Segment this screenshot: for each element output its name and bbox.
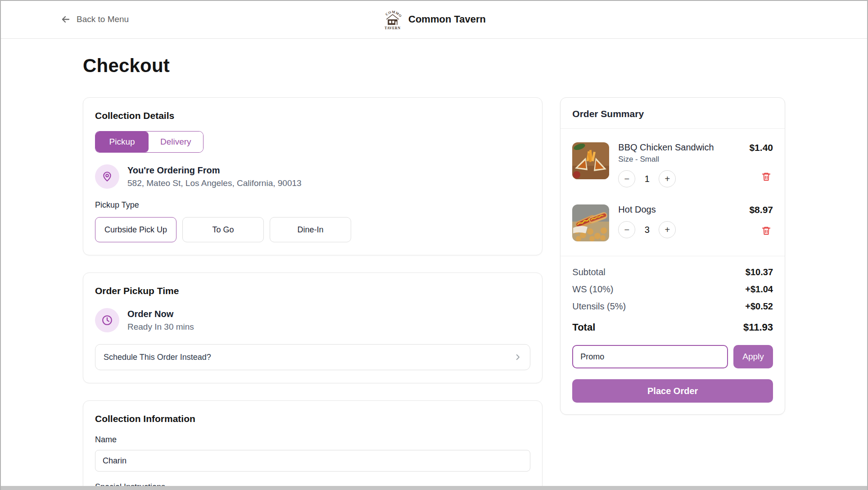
increase-quantity-button[interactable]: +	[659, 170, 676, 187]
remove-item-button[interactable]	[760, 224, 773, 239]
collection-details-card: Collection Details Pickup Delivery You'r…	[83, 97, 542, 255]
brand: COMMON TAVERN Common Tavern	[382, 8, 486, 31]
checkout-page: Checkout Collection Details Pickup Deliv…	[0, 55, 868, 490]
subtotal-value: $10.37	[746, 267, 773, 277]
order-now-subtitle: Ready In 30 mins	[127, 322, 194, 332]
quantity-value: 3	[635, 225, 659, 235]
location-pin-badge	[95, 164, 119, 189]
name-label: Name	[95, 435, 530, 445]
increase-quantity-button[interactable]: +	[659, 221, 676, 238]
quantity-stepper: − 1 +	[618, 170, 749, 187]
clock-badge	[95, 308, 119, 332]
trash-icon	[761, 226, 771, 236]
pickup-type-dinein[interactable]: Dine-In	[270, 217, 351, 242]
back-to-menu-link[interactable]: Back to Menu	[60, 14, 129, 25]
back-arrow-icon	[60, 14, 71, 25]
svg-text:TAVERN: TAVERN	[384, 26, 400, 30]
place-order-button[interactable]: Place Order	[572, 379, 773, 403]
subtotal-label: Subtotal	[572, 267, 605, 277]
app-header: Back to Menu COMMON TAVERN Common Tavern	[0, 0, 868, 39]
ws-fee-value: +$1.04	[745, 284, 773, 295]
utensils-fee-value: +$0.52	[745, 301, 773, 312]
ws-fee-row: WS (10%) +$1.04	[572, 284, 773, 295]
brand-name: Common Tavern	[408, 14, 486, 25]
apply-promo-button[interactable]: Apply	[733, 345, 773, 368]
chevron-right-icon	[514, 353, 522, 361]
item-image-bbq-chicken-sandwich	[572, 142, 609, 179]
order-summary-title: Order Summary	[572, 109, 773, 119]
decrease-quantity-button[interactable]: −	[618, 170, 635, 187]
pickup-time-title: Order Pickup Time	[95, 286, 530, 296]
item-price: $8.97	[749, 204, 773, 215]
cart-item-hot-dogs: Hot Dogs − 3 + $8.97	[572, 204, 773, 241]
ordering-from-address: 582, Mateo St, Los Angeles, California, …	[127, 178, 302, 188]
remove-item-button[interactable]	[760, 170, 773, 185]
quantity-value: 1	[635, 174, 659, 184]
item-name: BBQ Chicken Sandwich	[618, 142, 749, 153]
pickup-type-options: Curbside Pick Up To Go Dine-In	[95, 217, 530, 242]
item-image-hot-dogs	[572, 204, 609, 241]
utensils-fee-label: Utensils (5%)	[572, 301, 626, 312]
back-to-menu-label: Back to Menu	[77, 14, 129, 24]
ordering-from-row: You're Ordering From 582, Mateo St, Los …	[95, 164, 530, 189]
tab-delivery[interactable]: Delivery	[149, 132, 203, 152]
quantity-stepper: − 3 +	[618, 221, 749, 238]
collection-details-title: Collection Details	[95, 110, 530, 121]
item-name: Hot Dogs	[618, 204, 749, 215]
tab-pickup[interactable]: Pickup	[95, 132, 149, 152]
clock-icon	[101, 314, 113, 326]
item-price: $1.40	[749, 142, 773, 153]
schedule-order-button[interactable]: Schedule This Order Instead?	[95, 344, 530, 370]
pickup-type-label: Pickup Type	[95, 200, 530, 210]
pickup-time-card: Order Pickup Time Order Now Ready In 30 …	[83, 272, 542, 383]
pickup-type-togo[interactable]: To Go	[182, 217, 264, 242]
collection-info-title: Collection Information	[95, 413, 530, 424]
order-now-row: Order Now Ready In 30 mins	[95, 308, 530, 332]
total-value: $11.93	[743, 322, 773, 333]
page-title: Checkout	[83, 55, 785, 77]
horizontal-scrollbar[interactable]	[1, 486, 867, 490]
item-variant: Size - Small	[618, 155, 749, 164]
promo-code-input[interactable]	[572, 345, 728, 368]
svg-text:COMMON: COMMON	[382, 8, 402, 18]
ws-fee-label: WS (10%)	[572, 284, 613, 295]
ordering-from-title: You're Ordering From	[127, 165, 302, 176]
tavern-logo-icon: COMMON TAVERN	[382, 8, 403, 31]
cart-item-bbq-chicken-sandwich: BBQ Chicken Sandwich Size - Small − 1 + …	[572, 142, 773, 187]
decrease-quantity-button[interactable]: −	[618, 221, 635, 238]
schedule-order-label: Schedule This Order Instead?	[104, 353, 211, 362]
total-label: Total	[572, 322, 595, 333]
collection-info-card: Collection Information Name Special Inst…	[83, 400, 542, 490]
location-pin-icon	[101, 171, 113, 182]
name-field[interactable]	[95, 450, 530, 472]
total-row: Total $11.93	[572, 322, 773, 333]
trash-icon	[761, 172, 771, 181]
order-type-toggle: Pickup Delivery	[95, 131, 203, 153]
pickup-type-curbside[interactable]: Curbside Pick Up	[95, 217, 176, 242]
order-now-title: Order Now	[127, 309, 194, 319]
order-summary-card: Order Summary	[560, 97, 785, 415]
subtotal-row: Subtotal $10.37	[572, 267, 773, 277]
utensils-fee-row: Utensils (5%) +$0.52	[572, 301, 773, 312]
